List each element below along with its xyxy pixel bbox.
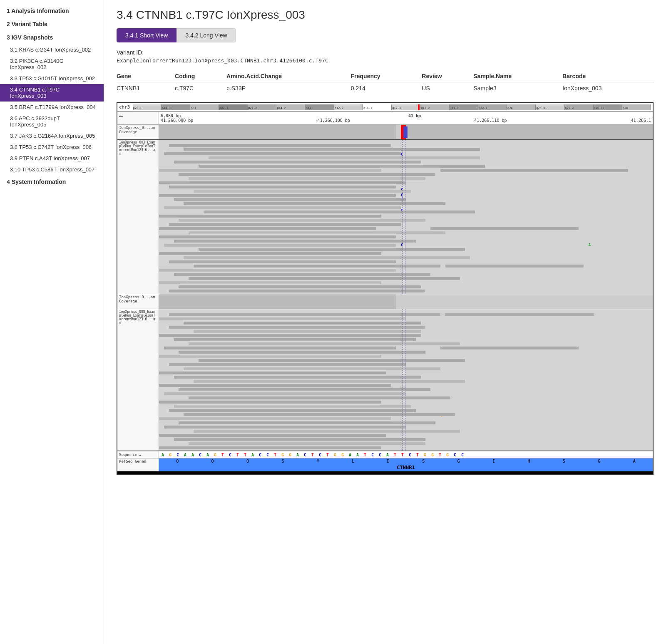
sidebar-item-pik3ca[interactable]: 3.2 PIK3CA c.A3140G IonXpress_002 — [0, 55, 104, 73]
chr-segment-p12.2: p12.2 — [334, 104, 363, 110]
read-seg — [169, 409, 416, 412]
read-seg — [174, 338, 416, 341]
seq-label: Sequence → — [117, 451, 159, 458]
chr-segment-q13.2: q13.2 — [420, 104, 449, 110]
base-28: C — [369, 453, 376, 457]
read-seg — [159, 401, 381, 404]
base-10: T — [234, 453, 241, 457]
read-seg — [179, 219, 425, 222]
read-seg — [174, 405, 411, 408]
col-coding: Coding — [175, 70, 226, 82]
base-40: C — [459, 453, 466, 457]
table-row: CTNNB1 c.T97C p.S33P 0.214 US Sample3 Io… — [117, 82, 654, 94]
read-seg — [169, 290, 426, 292]
chr-position-mark — [418, 104, 420, 110]
variant-line-1 — [403, 140, 403, 294]
coverage-label-1: IonXpress_0...am Coverage — [117, 125, 159, 139]
variant-info-table: Gene Coding Amino.Acid.Change Frequency … — [117, 70, 654, 94]
coverage-track-1: IonXpress_0...am Coverage [0-1091] — [117, 125, 653, 140]
read-seg — [209, 156, 480, 159]
base-34: T — [414, 453, 421, 457]
read-seg — [169, 326, 426, 329]
read-seg — [189, 231, 445, 234]
chr-segment-p24.3: p24.3 — [162, 104, 190, 110]
position-scale: 6,080 bp 41 bp 41,266,090 bp 41,266,100 … — [159, 112, 653, 124]
read-seg — [194, 380, 465, 383]
cell-coding: c.T97C — [175, 82, 226, 94]
bp-right — [649, 114, 651, 118]
main-content: 3.4 CTNNB1 c.T97C IonXpress_003 3.4.1 Sh… — [104, 0, 666, 644]
variant-line-4 — [405, 309, 405, 451]
sidebar-item-tp53-2[interactable]: 3.8 TP53 c.C742T IonXpress_006 — [0, 141, 104, 153]
read-seg — [430, 227, 579, 230]
coverage-canvas-2: [0-830] — [159, 294, 653, 309]
sidebar-item-ctnnb1[interactable]: 3.4 CTNNB1 c.T97C IonXpress_003 — [0, 84, 104, 102]
sidebar-item-kras[interactable]: 3.1 KRAS c.G34T IonXpress_002 — [0, 44, 104, 55]
sidebar-item-tp53-3[interactable]: 3.10 TP53 c.C586T IonXpress_007 — [0, 164, 104, 175]
variant-id-value: ExampleIonTorrentRun123.IonXpress_003.CT… — [117, 57, 654, 64]
chr-segment-p13: p13 — [306, 104, 334, 110]
cell-barcode: IonXpress_003 — [562, 82, 654, 94]
read-seg — [164, 347, 396, 349]
cell-freq: 0.214 — [351, 82, 422, 94]
aa-base-5: L — [335, 459, 370, 463]
read-seg — [159, 227, 376, 230]
base-38: G — [444, 453, 451, 457]
read-seg — [440, 347, 579, 349]
cell-gene: CTNNB1 — [117, 82, 175, 94]
sidebar-item-apc[interactable]: 3.6 APC c.3932dupT IonXpress_005 — [0, 113, 104, 130]
read-seg — [159, 181, 406, 184]
chr-segment-p14.2: p14.2 — [276, 104, 305, 110]
base-25: A — [346, 453, 354, 457]
read-seg — [169, 223, 401, 226]
read-seg — [169, 144, 391, 147]
read-seg — [184, 148, 480, 151]
chr-ideogram: p26.1p24.3p23p22.3p21.2p14.2p13p12.2q11.… — [133, 104, 651, 110]
read-seg — [159, 372, 386, 374]
read-seg — [174, 438, 426, 441]
scale-bottom-row: 41,266,090 bp 41,266,100 bp 41,266,110 b… — [159, 118, 653, 123]
refseq-aa-row: QQQSYLDSGIHSGA — [159, 458, 653, 464]
base-36: G — [429, 453, 436, 457]
position-bar: ← 6,080 bp 41 bp 41,266,090 bp 41,266,10… — [117, 111, 653, 125]
bp-pos2: 41,266,100 bp — [318, 118, 350, 123]
long-view-button[interactable]: 3.4.2 Long View — [176, 28, 236, 42]
bp-pos3: 41,266,110 bp — [474, 118, 507, 123]
sidebar-item-jak3[interactable]: 3.7 JAK3 c.G2164A IonXpress_005 — [0, 130, 104, 141]
short-view-button[interactable]: 3.4.1 Short View — [117, 28, 176, 42]
read-seg — [169, 260, 396, 263]
aa-base-1: Q — [195, 459, 230, 463]
base-3: A — [181, 453, 189, 457]
read-seg — [169, 186, 396, 188]
read-seg — [164, 206, 401, 209]
sidebar-item-system-info[interactable]: 4 System Information — [0, 175, 104, 188]
bp-pos4: 41,266.1 — [631, 118, 651, 123]
read-seg — [189, 342, 460, 345]
read-seg — [194, 330, 421, 333]
base-2: C — [174, 453, 181, 457]
sidebar-item-analysis-info[interactable]: 1 Analysis Information — [0, 4, 104, 17]
chr-label: chr3 — [119, 104, 130, 110]
read-seg — [199, 248, 465, 251]
col-freq: Frequency — [351, 70, 422, 82]
read-seg — [159, 215, 381, 218]
read-seg — [174, 161, 421, 163]
chr-segment-p23: p23 — [190, 104, 219, 110]
aa-base-3: S — [265, 459, 300, 463]
chr-segment-q12.3: q12.3 — [392, 104, 420, 110]
base-0: A — [159, 453, 166, 457]
read-seg — [184, 413, 455, 416]
chr-segment-q26.2: q26.2 — [564, 104, 593, 110]
read-seg — [199, 165, 485, 168]
refseq-row: RefSeq Genes QQQSYLDSGIHSGA CTNNB1 — [117, 458, 653, 471]
sidebar-item-pten[interactable]: 3.9 PTEN c.A43T IonXpress_007 — [0, 153, 104, 164]
aa-base-9: I — [476, 459, 511, 463]
sidebar-item-igv-snapshots[interactable]: 3 IGV Snapshots — [0, 31, 104, 44]
sidebar-item-variant-table[interactable]: 2 Variant Table — [0, 17, 104, 31]
base-30: A — [384, 453, 391, 457]
sidebar-item-braf[interactable]: 3.5 BRAF c.T1799A IonXpress_004 — [0, 102, 104, 113]
chr-segment-q28: q28 — [622, 104, 651, 110]
sidebar-item-tp53-1[interactable]: 3.3 TP53 c.G1015T IonXpress_002 — [0, 73, 104, 84]
chr-segment-q22.4: q22.4 — [478, 104, 507, 110]
base-16: G — [279, 453, 286, 457]
